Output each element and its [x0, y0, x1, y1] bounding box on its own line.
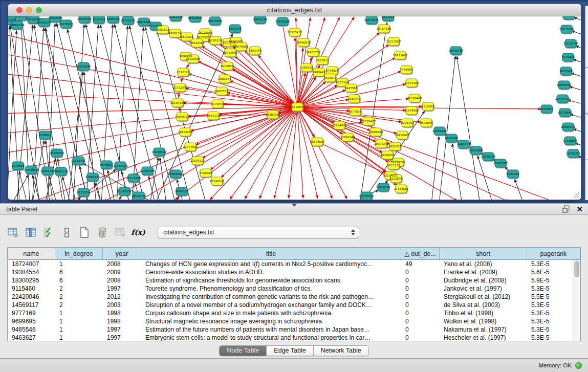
table-row[interactable]: 1938455462009Genome-wide association stu… — [8, 268, 580, 276]
column-header-0[interactable]: name — [8, 248, 55, 259]
table-header-row: namein_degreeyeartitle△ out_de...shortpa… — [8, 248, 580, 260]
graph-node-label: 16210643 — [558, 111, 573, 114]
delete-column-icon[interactable] — [97, 227, 108, 238]
table-cell: Dudbridge et al. (2008) — [440, 276, 527, 285]
graph-node-label: 15276021 — [59, 23, 74, 26]
graph-node-label: 12958121 — [85, 176, 100, 179]
float-panel-icon[interactable] — [562, 205, 570, 213]
graph-node-label: 20876821 — [364, 18, 379, 21]
graph-node-label: 9242844 — [221, 64, 234, 68]
table-cell: Corpus callosum shape and size in male p… — [141, 309, 401, 317]
graph-node-label: 9646600 — [100, 163, 113, 166]
column-header-6[interactable]: pagerank — [527, 248, 580, 259]
graph-node-label: 11675379 — [566, 152, 581, 155]
graph-node-label: 10092214 — [253, 18, 268, 21]
graph-node-label: 9821072 — [324, 76, 337, 79]
table-row[interactable]: 1456911722003Disruption of a novel membe… — [8, 301, 580, 309]
graph-node-label: 9960124 — [169, 32, 182, 35]
graph-node-label: 15110438 — [126, 177, 141, 180]
graph-node-label: 11544099 — [404, 109, 419, 112]
graph-node-label: 12975163 — [404, 81, 419, 84]
table-row[interactable]: 946554611997Estimation of the future num… — [8, 325, 580, 334]
column-header-5[interactable]: short — [440, 248, 527, 259]
network-canvas[interactable]: 1340557120601373140557142089140618463275… — [8, 16, 581, 200]
graph-node-label: 14055714 — [10, 24, 25, 27]
table-cell: 14569117 — [8, 301, 55, 309]
show-columns-icon[interactable] — [25, 227, 36, 238]
table-scrollbar[interactable] — [573, 260, 580, 341]
graph-node-label: 8912954 — [181, 35, 193, 38]
graph-node-label: 2522544 — [390, 177, 403, 180]
table-cell: 18300295 — [8, 276, 55, 285]
table-cell: 1997 — [103, 325, 141, 334]
create-column-icon[interactable] — [79, 227, 90, 238]
table-cell: de Silva et al. (2003) — [440, 301, 527, 309]
table-row[interactable]: 969969511998Structural magnetic resonanc… — [8, 317, 580, 325]
table-cell: 0 — [401, 285, 440, 293]
tab-edge-table[interactable]: Edge Table — [267, 346, 313, 356]
resize-grip[interactable] — [572, 191, 579, 198]
graph-node-label: 9990443 — [313, 71, 325, 74]
graph-node-label: 16409145 — [432, 129, 447, 133]
column-header-4[interactable]: △ out_de... — [401, 248, 440, 259]
scrollbar-thumb[interactable] — [574, 261, 579, 277]
graph-node-label: 9129966 — [562, 56, 575, 59]
graph-node-label: 17334551 — [394, 187, 409, 190]
node-table: namein_degreeyeartitle△ out_de...shortpa… — [7, 247, 581, 341]
minimize-window-button[interactable] — [26, 7, 32, 13]
table-cell: Estimation of the future numbers of pati… — [141, 325, 401, 334]
function-builder-icon[interactable]: f(x) — [133, 227, 144, 238]
network-window-titlebar[interactable]: citations_edges.txt — [8, 4, 581, 16]
table-settings-icon[interactable] — [7, 227, 18, 238]
column-header-3[interactable]: title — [141, 248, 401, 259]
graph-node-label: 7857224 — [229, 27, 242, 30]
table-cell: Embryonic stem cells: a model to study s… — [141, 334, 401, 341]
table-cell: Nakamura et al. (1997) — [440, 325, 527, 334]
graph-node-label: 7485063 — [400, 68, 413, 71]
table-selector-dropdown[interactable]: citations_edges.txt — [158, 227, 359, 238]
table-cell: 6 — [55, 276, 103, 285]
table-cell: 1998 — [103, 317, 141, 325]
table-cell: 0 — [401, 268, 440, 276]
graph-node-label: 12093822 — [557, 83, 571, 86]
graph-node-label: 15451130 — [54, 170, 69, 173]
graph-node-label: 1527602 — [93, 18, 105, 21]
table-cell: 2008 — [103, 276, 141, 285]
memory-status-icon[interactable] — [575, 362, 582, 369]
graph-node-label: 3215953 — [540, 107, 553, 111]
select-columns-icon[interactable] — [43, 227, 54, 238]
column-header-2[interactable]: year — [103, 248, 141, 259]
graph-node-label: 12160468 — [407, 97, 422, 100]
table-cell: 0 — [401, 301, 440, 309]
close-window-button[interactable] — [16, 7, 23, 13]
zoom-window-button[interactable] — [36, 7, 42, 13]
graph-node-label: 20206520 — [50, 151, 64, 155]
table-row[interactable]: 1830029562008Estimation of significance … — [8, 276, 580, 285]
graph-node-label: 14961758 — [306, 51, 321, 54]
cytoscape-app: citations_edges.txt 13405571206013731405… — [0, 0, 588, 372]
table-panel: Table Panel ✕ — [0, 203, 588, 358]
table-row[interactable]: 946362711997Embryonic stem cells: a mode… — [8, 334, 580, 341]
graph-node-label: 11568822 — [24, 168, 38, 171]
graph-node-label: 12444419 — [555, 97, 570, 100]
splitter-handle[interactable] — [292, 204, 297, 207]
graph-node-label: 18463275 — [37, 21, 52, 24]
graph-node-label: 10719155 — [121, 19, 136, 22]
tab-node-table[interactable]: Node Table — [220, 346, 267, 356]
column-header-1[interactable]: in_degree — [55, 248, 103, 259]
tab-network-table[interactable]: Network Table — [314, 346, 368, 356]
table-row[interactable]: 911546021997Tourette syndrome. Phenomeno… — [8, 285, 580, 293]
table-cell: Franke et al. (2009) — [440, 268, 527, 276]
close-panel-icon[interactable]: ✕ — [576, 205, 583, 213]
graph-node-label: 10213451 — [71, 159, 86, 162]
graph-node-label: 15692971 — [561, 125, 576, 128]
graph-node-label: 2336442 — [348, 97, 361, 100]
graph-node-label: 14136141 — [376, 186, 391, 189]
table-row[interactable]: 2242004622012Investigating the contribut… — [8, 293, 580, 301]
table-row[interactable]: 1872400712008Changes of HCN gene express… — [8, 260, 580, 268]
table-cell: 0 — [401, 293, 440, 301]
network-window[interactable]: citations_edges.txt 13405571206013731405… — [8, 4, 581, 200]
table-row[interactable]: 977716911998Corpus callosum shape and si… — [8, 309, 580, 317]
row-mode-icon[interactable] — [61, 227, 72, 238]
graph-node-label: 9497568 — [345, 86, 358, 90]
